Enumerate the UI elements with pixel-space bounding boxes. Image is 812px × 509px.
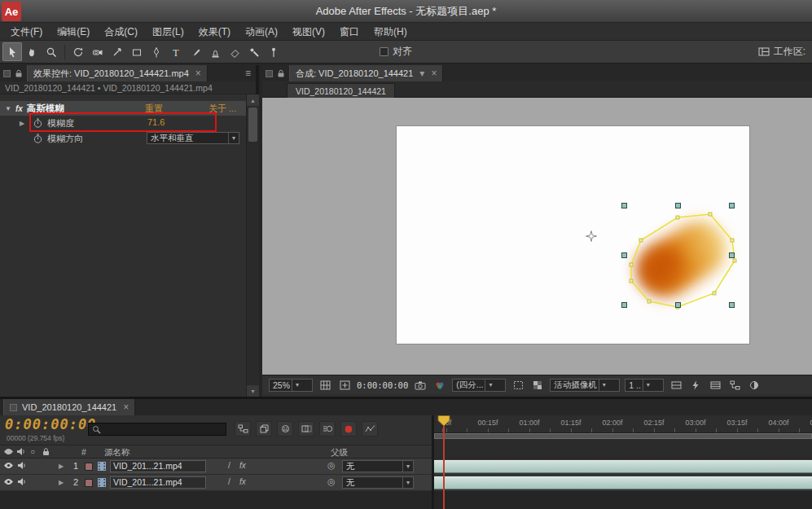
chevron-down-icon[interactable]: ▾: [419, 68, 424, 79]
titlebar[interactable]: Ae Adobe After Effects - 无标题项目.aep *: [0, 0, 812, 23]
audio-speaker-icon[interactable]: [17, 477, 26, 486]
scroll-down-icon[interactable]: ▼: [247, 385, 259, 397]
draft-3d-icon[interactable]: [256, 421, 272, 437]
solo-column-icon[interactable]: ○: [30, 447, 35, 456]
menu-item-effect[interactable]: 效果(T): [191, 23, 238, 41]
unified-camera-tool-button[interactable]: [88, 42, 108, 61]
parent-dropdown[interactable]: 无 ▾: [342, 460, 414, 472]
audio-column-icon[interactable]: [16, 447, 25, 456]
safe-zones-icon[interactable]: [337, 379, 352, 392]
magnification-dropdown[interactable]: 25% ▾: [269, 379, 313, 392]
parent-dropdown[interactable]: 无 ▾: [342, 476, 414, 489]
region-of-interest-icon[interactable]: [511, 379, 525, 392]
reset-exposure-icon[interactable]: [747, 379, 762, 392]
anchor-point-icon[interactable]: [586, 230, 597, 242]
frame-blend-icon[interactable]: [298, 421, 314, 437]
selection-handle[interactable]: [675, 302, 681, 308]
motion-blur-icon[interactable]: [319, 421, 336, 437]
twirl-open-icon[interactable]: ▼: [5, 105, 11, 112]
timeline-track-area[interactable]: 00f 00:15f 01:00f 01:15f 02:00f 02:15f 0…: [432, 415, 812, 509]
layer-row-2[interactable]: ▶ 2 VID_201...21.mp4 / fx ◎ 无 ▾: [0, 475, 432, 491]
effects-switch[interactable]: fx: [239, 461, 246, 470]
workspace-control[interactable]: 工作区:: [758, 41, 805, 63]
scroll-up-icon[interactable]: ▲: [247, 94, 259, 106]
lock-column-icon[interactable]: [42, 447, 50, 456]
scrollbar-thumb[interactable]: [248, 108, 257, 142]
viewer-tab[interactable]: VID_20180120_144421: [287, 83, 395, 98]
auto-keyframe-icon[interactable]: [340, 421, 357, 437]
brush-tool-button[interactable]: [186, 42, 205, 61]
frame-blend-switch[interactable]: /: [228, 477, 230, 486]
selection-tool-button[interactable]: [2, 42, 22, 61]
timeline-button-icon[interactable]: [708, 379, 722, 392]
layer-name[interactable]: VID_201...21.mp4: [110, 476, 206, 489]
layer-row-1[interactable]: ▶ 1 VID_201...21.mp4 / fx ◎ 无 ▾: [0, 459, 432, 475]
pan-behind-tool-button[interactable]: [108, 42, 127, 61]
snap-checkbox[interactable]: [380, 47, 388, 56]
layer-duration-bar-1[interactable]: [434, 460, 812, 473]
grid-guides-icon[interactable]: [318, 379, 332, 392]
panel-grip-icon[interactable]: [266, 70, 273, 77]
parent-pickwhip-icon[interactable]: ◎: [327, 460, 336, 471]
composition-viewer[interactable]: [262, 98, 812, 375]
comp-flowchart-icon[interactable]: [727, 379, 742, 392]
close-icon[interactable]: ×: [195, 68, 201, 79]
view-layout-dropdown[interactable]: 1 .. ▾: [625, 379, 664, 392]
transparency-grid-icon[interactable]: [530, 379, 545, 392]
selection-handle[interactable]: [729, 203, 735, 208]
visibility-eye-icon[interactable]: [3, 461, 14, 470]
expand-icon[interactable]: ▶: [59, 463, 64, 470]
menu-item-layer[interactable]: 图层(L): [145, 23, 191, 41]
snapshot-camera-icon[interactable]: [413, 379, 428, 392]
active-camera-dropdown[interactable]: 活动摄像机 ▾: [550, 379, 620, 392]
pen-tool-button[interactable]: [147, 42, 166, 61]
layer-duration-bar-2[interactable]: [434, 476, 812, 489]
panel-menu-icon[interactable]: ≡: [245, 68, 251, 79]
puppet-pin-tool-button[interactable]: [264, 42, 283, 61]
tab-composition[interactable]: 合成: VID_20180120_144421 ▾ ×: [289, 65, 443, 81]
eraser-tool-button[interactable]: [225, 42, 244, 61]
column-number[interactable]: #: [81, 447, 86, 457]
show-channels-icon[interactable]: [432, 379, 447, 392]
layer-name[interactable]: VID_201...21.mp4: [110, 460, 206, 472]
timeline-ruler[interactable]: 00f 00:15f 01:00f 01:15f 02:00f 02:15f 0…: [434, 415, 812, 433]
blur-direction-dropdown[interactable]: 水平和垂直 ▾: [147, 132, 239, 144]
hand-tool-button[interactable]: [22, 42, 42, 61]
frame-blend-switch[interactable]: /: [228, 461, 230, 470]
pixel-aspect-correction-icon[interactable]: [669, 379, 683, 392]
vertical-scrollbar[interactable]: ▲ ▼: [246, 94, 259, 397]
column-parent[interactable]: 父级: [331, 447, 348, 459]
composition-frame[interactable]: [397, 126, 749, 344]
current-time-indicator-line[interactable]: [443, 415, 445, 509]
fast-previews-icon[interactable]: [688, 379, 703, 392]
label-color-chip[interactable]: [85, 463, 93, 471]
panel-lock-icon[interactable]: [276, 68, 286, 78]
expand-icon[interactable]: ▶: [59, 479, 64, 486]
menu-item-animation[interactable]: 动画(A): [238, 23, 285, 41]
selection-handle[interactable]: [675, 203, 681, 208]
audio-speaker-icon[interactable]: [17, 461, 26, 470]
visibility-eye-icon[interactable]: [3, 477, 14, 486]
menu-item-composition[interactable]: 合成(C): [97, 23, 145, 41]
comp-mini-flowchart-icon[interactable]: [235, 421, 251, 437]
effects-switch[interactable]: fx: [239, 477, 246, 486]
search-input[interactable]: [104, 425, 222, 434]
stopwatch-icon[interactable]: [33, 133, 43, 144]
mask-outline[interactable]: [397, 126, 749, 344]
type-tool-button[interactable]: T: [166, 42, 186, 61]
menu-item-window[interactable]: 窗口: [332, 23, 366, 41]
graph-editor-icon[interactable]: [362, 421, 378, 437]
close-icon[interactable]: ×: [431, 68, 437, 79]
current-timecode[interactable]: 0:00:00:00: [5, 416, 96, 432]
menu-item-view[interactable]: 视图(V): [285, 23, 332, 41]
selection-handle[interactable]: [729, 252, 735, 258]
work-area-bar[interactable]: [434, 433, 812, 439]
shape-tool-button[interactable]: [127, 42, 147, 61]
roto-brush-tool-button[interactable]: [244, 42, 264, 61]
selection-handle[interactable]: [621, 203, 627, 208]
menu-item-file[interactable]: 文件(F): [3, 23, 50, 41]
close-icon[interactable]: ×: [123, 401, 129, 413]
selection-handle[interactable]: [621, 302, 627, 308]
tab-timeline[interactable]: VID_20180120_144421 ×: [3, 399, 135, 415]
selection-handle[interactable]: [729, 302, 735, 308]
